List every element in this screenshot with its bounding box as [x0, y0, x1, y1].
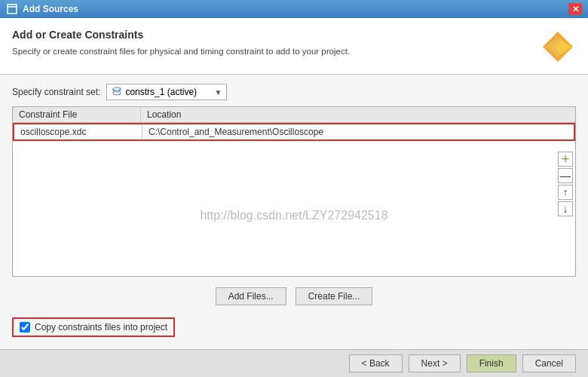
dialog: Add or Create Constraints Specify or cre…: [0, 18, 588, 377]
finish-button[interactable]: Finish: [467, 354, 516, 372]
col-header-file: Constraint File: [13, 107, 141, 122]
sidebar-buttons: + — ↑ ↓: [558, 152, 573, 216]
constraint-set-value: constrs_1 (active): [125, 87, 197, 97]
title-bar: Add Sources ✕: [0, 0, 588, 18]
copy-constraints-bordered: Copy constraints files into project: [12, 317, 175, 337]
svg-point-5: [113, 87, 121, 90]
close-button[interactable]: ✕: [568, 3, 582, 15]
col-header-location: Location: [141, 107, 575, 122]
dialog-description: Specify or create constraint files for p…: [12, 45, 350, 58]
table-header: Constraint File Location: [13, 107, 575, 123]
move-down-button[interactable]: ↓: [558, 201, 573, 216]
chevron-down-icon: ▼: [214, 88, 222, 97]
next-button[interactable]: Next >: [409, 354, 461, 372]
dialog-header: Add or Create Constraints Specify or cre…: [0, 18, 588, 75]
constraint-set-label: Specify constraint set:: [12, 87, 100, 97]
constraint-set-row: Specify constraint set: constrs_1 (activ…: [12, 84, 576, 100]
remove-constraint-button[interactable]: —: [558, 168, 573, 183]
cell-location: C:\Control_and_Measurement\Oscilloscope: [142, 124, 574, 139]
window-icon: [6, 3, 18, 15]
dialog-title: Add or Create Constraints: [12, 29, 350, 41]
move-up-button[interactable]: ↑: [558, 185, 573, 200]
table-body: oscilloscope.xdc C:\Control_and_Measurem…: [13, 123, 575, 276]
add-files-button[interactable]: Add Files...: [216, 287, 286, 305]
header-text: Add or Create Constraints Specify or cre…: [12, 29, 350, 58]
constraint-set-dropdown[interactable]: constrs_1 (active) ▼: [106, 84, 227, 100]
create-file-button[interactable]: Create File...: [296, 287, 373, 305]
cell-file: oscilloscope.xdc: [14, 124, 142, 139]
back-button[interactable]: < Back: [349, 354, 403, 372]
copy-constraints-checkbox[interactable]: [20, 322, 30, 333]
dialog-footer: < Back Next > Finish Cancel: [0, 349, 588, 377]
copy-constraints-label[interactable]: Copy constraints files into project: [35, 322, 167, 333]
database-icon: [112, 86, 122, 99]
action-buttons: Add Files... Create File...: [12, 283, 576, 308]
xilinx-logo: [540, 29, 576, 65]
svg-rect-0: [8, 5, 17, 14]
copy-constraints-row: Copy constraints files into project: [12, 314, 576, 340]
add-constraint-button[interactable]: +: [558, 152, 573, 167]
table-row[interactable]: oscilloscope.xdc C:\Control_and_Measurem…: [13, 123, 575, 141]
cancel-button[interactable]: Cancel: [522, 354, 576, 372]
title-bar-text: Add Sources: [23, 4, 78, 14]
constraint-table: Constraint File Location oscilloscope.xd…: [12, 106, 576, 277]
dialog-body: Specify constraint set: constrs_1 (activ…: [0, 75, 588, 349]
